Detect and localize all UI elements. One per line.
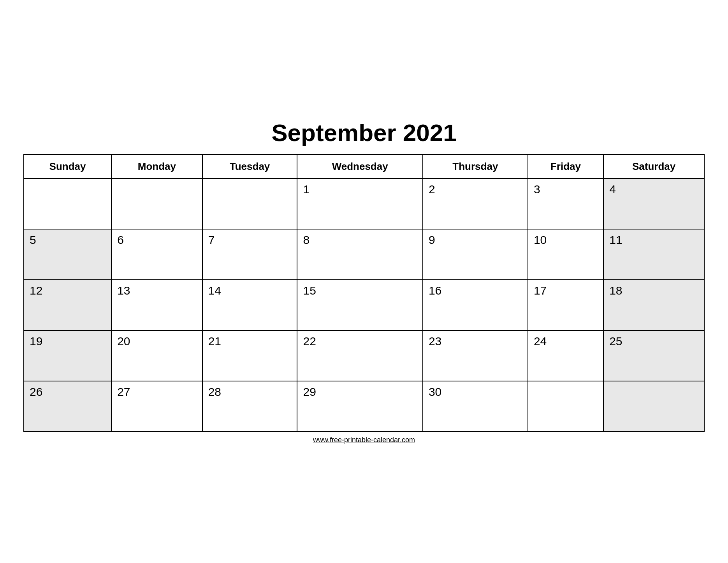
day-header-tuesday: Tuesday xyxy=(202,155,297,178)
calendar-day-21: 21 xyxy=(202,330,297,381)
calendar-day-9: 9 xyxy=(423,229,528,280)
calendar-day-18: 18 xyxy=(603,280,704,330)
week-row-5: 2627282930 xyxy=(24,381,704,432)
day-headers-row: SundayMondayTuesdayWednesdayThursdayFrid… xyxy=(24,155,704,178)
calendar-day-3: 3 xyxy=(528,178,603,229)
day-header-thursday: Thursday xyxy=(423,155,528,178)
week-row-1: 1234 xyxy=(24,178,704,229)
calendar-day-5: 5 xyxy=(24,229,111,280)
week-row-4: 19202122232425 xyxy=(24,330,704,381)
calendar-day-empty xyxy=(111,178,202,229)
calendar-day-26: 26 xyxy=(24,381,111,432)
calendar-day-16: 16 xyxy=(423,280,528,330)
calendar-day-8: 8 xyxy=(297,229,422,280)
calendar-day-20: 20 xyxy=(111,330,202,381)
calendar-day-6: 6 xyxy=(111,229,202,280)
calendar-day-28: 28 xyxy=(202,381,297,432)
calendar-title: September 2021 xyxy=(23,119,705,146)
calendar-day-29: 29 xyxy=(297,381,422,432)
calendar-day-23: 23 xyxy=(423,330,528,381)
calendar-day-empty xyxy=(24,178,111,229)
calendar-day-12: 12 xyxy=(24,280,111,330)
week-row-3: 12131415161718 xyxy=(24,280,704,330)
day-header-monday: Monday xyxy=(111,155,202,178)
calendar-day-11: 11 xyxy=(603,229,704,280)
day-header-friday: Friday xyxy=(528,155,603,178)
calendar-day-27: 27 xyxy=(111,381,202,432)
calendar-table: SundayMondayTuesdayWednesdayThursdayFrid… xyxy=(23,154,705,432)
calendar-day-22: 22 xyxy=(297,330,422,381)
calendar-container: September 2021 SundayMondayTuesdayWednes… xyxy=(23,119,705,444)
calendar-day-17: 17 xyxy=(528,280,603,330)
day-header-saturday: Saturday xyxy=(603,155,704,178)
day-header-wednesday: Wednesday xyxy=(297,155,422,178)
calendar-day-30: 30 xyxy=(423,381,528,432)
calendar-day-14: 14 xyxy=(202,280,297,330)
day-header-sunday: Sunday xyxy=(24,155,111,178)
calendar-day-15: 15 xyxy=(297,280,422,330)
calendar-day-empty xyxy=(202,178,297,229)
calendar-day-4: 4 xyxy=(603,178,704,229)
calendar-day-25: 25 xyxy=(603,330,704,381)
week-row-2: 567891011 xyxy=(24,229,704,280)
calendar-day-19: 19 xyxy=(24,330,111,381)
calendar-day-13: 13 xyxy=(111,280,202,330)
calendar-day-24: 24 xyxy=(528,330,603,381)
calendar-day-7: 7 xyxy=(202,229,297,280)
calendar-day-1: 1 xyxy=(297,178,422,229)
calendar-day-10: 10 xyxy=(528,229,603,280)
calendar-day-empty xyxy=(528,381,603,432)
calendar-day-empty xyxy=(603,381,704,432)
calendar-footer: www.free-printable-calendar.com xyxy=(23,436,705,444)
calendar-day-2: 2 xyxy=(423,178,528,229)
